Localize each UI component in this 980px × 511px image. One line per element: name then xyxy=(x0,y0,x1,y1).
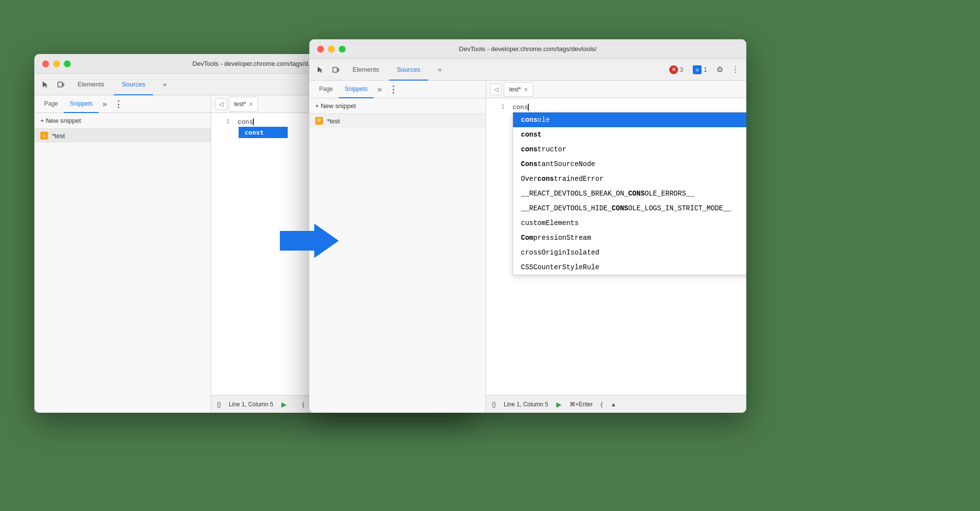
paren-front: ( xyxy=(600,401,602,408)
minimize-button-back[interactable] xyxy=(53,60,60,67)
autocomplete-dropdown: console const constructor Consta xyxy=(513,112,746,275)
close-button-front[interactable] xyxy=(317,46,324,53)
window-title-back: DevTools - developer.chrome.com/tags/d..… xyxy=(192,60,313,67)
autocomplete-item-react-break[interactable]: __REACT_DEVTOOLS_BREAK_ON_CONSOLE_ERRORS… xyxy=(513,186,746,201)
message-badge-btn[interactable]: ≡ 1 xyxy=(689,63,711,76)
snippet-item-front[interactable]: *test xyxy=(309,114,486,128)
devtools-window-front: DevTools - developer.chrome.com/tags/dev… xyxy=(309,39,746,413)
close-tab-back[interactable]: × xyxy=(249,100,253,108)
editor-tabs-front: ◁ test* × xyxy=(486,81,746,98)
window-controls-front xyxy=(317,46,346,53)
format-icon-back[interactable]: {} xyxy=(217,401,221,408)
format-icon-front[interactable]: {} xyxy=(492,401,496,408)
editor-line-1-front: 1 cons xyxy=(486,102,746,112)
nav-back-btn[interactable]: ◁ xyxy=(215,98,227,110)
maximize-button-front[interactable] xyxy=(339,46,346,53)
svg-rect-7 xyxy=(317,118,322,124)
cursor-tool-back[interactable] xyxy=(38,78,52,91)
tab-page-back[interactable]: Page xyxy=(38,95,64,113)
svg-rect-1 xyxy=(62,84,64,86)
position-text-front: Line 1, Column 5 xyxy=(504,401,548,408)
text-cursor-front xyxy=(528,104,529,111)
editor-history-back: ◁ xyxy=(215,98,227,110)
tab-sources-front[interactable]: Sources xyxy=(389,59,428,81)
error-x-icon: ✕ xyxy=(669,65,678,74)
cursor-tool-front[interactable] xyxy=(313,63,327,77)
svg-rect-5 xyxy=(333,67,337,72)
nav-back-btn-front[interactable]: ◁ xyxy=(490,84,502,95)
tab-more-panel-front[interactable]: » xyxy=(374,85,386,94)
autocomplete-item-overconstrainederror[interactable]: OverconstrainedError xyxy=(513,171,746,186)
autocomplete-bold-cons: cons xyxy=(521,116,538,124)
message-icon: ≡ xyxy=(693,65,702,74)
autocomplete-item-crossoriginisolated[interactable]: crossOriginIsolated xyxy=(513,245,746,260)
svg-text:s: s xyxy=(43,134,45,138)
snippet-item-back[interactable]: s *test xyxy=(34,129,211,142)
tab-more-back[interactable]: » xyxy=(155,74,174,95)
panel-tabs-back: Page Snippets » ⋮ xyxy=(34,95,211,113)
minimize-button-front[interactable] xyxy=(328,46,335,53)
autocomplete-item-csscounterstyle[interactable]: CSSCounterStyleRule xyxy=(513,260,746,275)
close-tab-front[interactable]: × xyxy=(524,85,528,93)
settings-gear-icon[interactable]: ⚙ xyxy=(713,63,727,77)
tab-elements-front[interactable]: Elements xyxy=(345,59,387,81)
device-toggle-back[interactable] xyxy=(54,78,68,91)
svg-rect-0 xyxy=(58,82,62,87)
tab-page-front[interactable]: Page xyxy=(313,81,339,98)
panel-kebab-front[interactable]: ⋮ xyxy=(386,84,401,95)
tab-elements-back[interactable]: Elements xyxy=(70,74,112,95)
arrow-container xyxy=(280,221,339,262)
window-title-front: DevTools - developer.chrome.com/tags/dev… xyxy=(459,45,597,53)
window-controls-back xyxy=(42,60,71,67)
svg-marker-4 xyxy=(280,224,339,258)
autocomplete-item-const[interactable]: const xyxy=(513,127,746,142)
tab-snippets-back[interactable]: Snippets xyxy=(64,95,99,113)
autocomplete-item-react-hide[interactable]: __REACT_DEVTOOLS_HIDE_CONSOLE_LOGS_IN_ST… xyxy=(513,201,746,216)
run-shortcut-front: ⌘+Enter xyxy=(570,401,593,408)
tab-more-panel-back[interactable]: » xyxy=(99,100,111,109)
autocomplete-item-console[interactable]: console xyxy=(513,113,746,127)
run-icon-back: ▶ xyxy=(281,400,287,408)
editor-panel-front: ◁ test* × 1 cons xyxy=(486,81,746,413)
error-badge-btn[interactable]: ✕ 3 xyxy=(665,63,687,76)
editor-area-front[interactable]: 1 cons console const xyxy=(486,98,746,395)
blue-arrow xyxy=(280,221,339,260)
new-snippet-back[interactable]: + New snippet xyxy=(34,113,211,129)
titlebar-front: DevTools - developer.chrome.com/tags/dev… xyxy=(309,39,746,59)
devtools-toolbar-front: Elements Sources » ✕ 3 ≡ 1 ⚙ ⋮ xyxy=(309,59,746,81)
svg-rect-6 xyxy=(337,69,339,71)
close-button-back[interactable] xyxy=(42,60,49,67)
device-toggle-front[interactable] xyxy=(329,63,343,77)
editor-file-tab-front[interactable]: test* × xyxy=(504,82,533,97)
file-panel-back: Page Snippets » ⋮ + New snippet s xyxy=(34,95,211,413)
tab-more-front[interactable]: » xyxy=(430,59,449,81)
tab-sources-back[interactable]: Sources xyxy=(114,74,153,95)
status-bar-front: {} Line 1, Column 5 ▶ ⌘+Enter ( ▲ xyxy=(486,395,746,413)
new-snippet-front[interactable]: + New snippet xyxy=(309,98,486,114)
maximize-button-back[interactable] xyxy=(64,60,71,67)
editor-file-tab-back[interactable]: test* × xyxy=(229,97,258,112)
run-icon-front: ▶ xyxy=(556,400,562,408)
autocomplete-item-compressionstream[interactable]: CompressionStream xyxy=(513,230,746,245)
snippet-icon-back: s xyxy=(40,132,48,140)
autocomplete-item-constructor[interactable]: constructor xyxy=(513,142,746,157)
panel-tabs-front: Page Snippets » ⋮ xyxy=(309,81,486,98)
text-cursor-back xyxy=(253,118,254,125)
paren-back: ( xyxy=(302,401,304,408)
autocomplete-bold-const: const xyxy=(521,131,542,139)
panel-kebab-back[interactable]: ⋮ xyxy=(111,99,126,110)
autocomplete-item-customelements[interactable]: customElements xyxy=(513,216,746,230)
more-options-icon[interactable]: ⋮ xyxy=(729,63,742,77)
devtools-content-front: Page Snippets » ⋮ + New snippet xyxy=(309,81,746,413)
up-icon-front[interactable]: ▲ xyxy=(610,401,616,408)
tab-snippets-front[interactable]: Snippets xyxy=(339,81,374,98)
position-text-back: Line 1, Column 5 xyxy=(229,401,273,408)
editor-history-front: ◁ xyxy=(490,84,502,95)
toolbar-right-front: ✕ 3 ≡ 1 ⚙ ⋮ xyxy=(665,63,742,77)
autocomplete-mini-back: const xyxy=(239,127,288,138)
autocomplete-item-constantsourcenode[interactable]: ConstantSourceNode xyxy=(513,157,746,171)
snippet-file-icon-front xyxy=(315,117,323,125)
